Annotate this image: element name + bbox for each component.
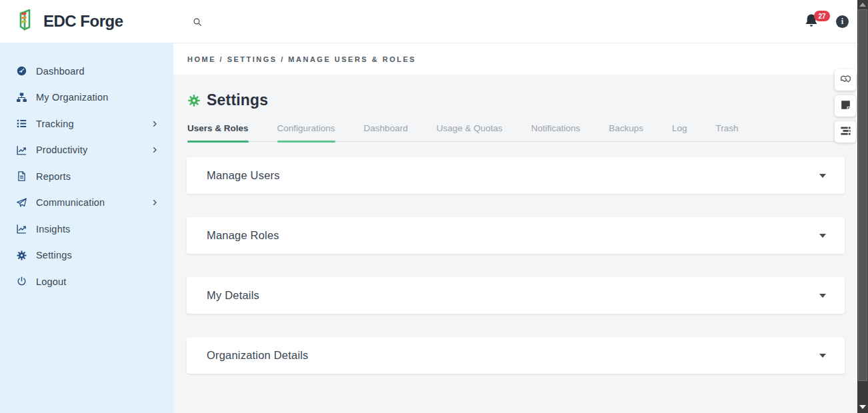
sidebar-nav: Dashboard My Organization Tracking [0,43,173,413]
handshake-icon [839,73,852,88]
feedback-button[interactable] [835,69,856,91]
sidebar-item-settings[interactable]: Settings [0,242,173,269]
sidebar-item-label: Communication [36,197,105,208]
tab-notifications[interactable]: Notifications [531,123,581,141]
logo-book-icon [19,9,39,33]
scroll-down-arrow-icon[interactable] [859,405,866,409]
floating-toolbar [835,69,856,147]
sidebar-item-label: Productivity [36,145,87,155]
sidebar-item-communication[interactable]: Communication [0,190,173,216]
chart-line-icon [16,145,27,156]
power-icon [16,276,27,287]
accordion-my-details[interactable]: My Details [187,277,845,314]
accordion-organization-details[interactable]: Organization Details [187,337,845,374]
log-stack-icon [839,125,852,140]
accordion-list: Manage Users Manage Roles My Details Org… [173,142,857,374]
chevron-right-icon [151,146,159,154]
caret-down-icon [819,174,826,178]
sidebar-item-insights[interactable]: Insights [0,216,173,242]
breadcrumb-bar: HOME / SETTINGS / MANAGE USERS & ROLES [173,43,857,75]
sidebar-item-label: Settings [36,250,72,260]
chevron-right-icon [151,199,159,206]
sidebar-item-my-organization[interactable]: My Organization [0,85,173,111]
main-content: HOME / SETTINGS / MANAGE USERS & ROLES S… [173,43,857,413]
breadcrumb[interactable]: HOME / SETTINGS / MANAGE USERS & ROLES [187,55,416,63]
search-icon[interactable] [189,14,205,30]
vertical-scrollbar[interactable] [857,0,868,413]
document-icon [16,171,27,182]
caret-down-icon [819,234,826,238]
app-screen: EDC Forge 27 i Das [0,0,868,413]
page-title-row: Settings [173,75,857,109]
accordion-title: Organization Details [207,349,309,362]
info-icon[interactable]: i [836,15,849,28]
accordion-title: Manage Roles [207,229,279,242]
sidebar-item-label: Logout [36,276,67,287]
tab-backups[interactable]: Backups [609,123,643,141]
notifications-button[interactable]: 27 [803,12,830,35]
sticky-note-icon [839,99,852,114]
top-bar: EDC Forge 27 i [0,0,857,43]
sidebar-item-tracking[interactable]: Tracking [0,111,173,137]
tab-configurations[interactable]: Configurations [277,123,335,141]
accordion-manage-roles[interactable]: Manage Roles [187,217,845,254]
tab-log[interactable]: Log [672,123,687,141]
sidebar-item-label: Tracking [36,119,74,129]
activity-log-button[interactable] [835,121,856,143]
app-logo[interactable]: EDC Forge [19,9,123,33]
sidebar-item-productivity[interactable]: Productivity [0,137,173,164]
scrollbar-thumb[interactable] [858,9,867,381]
notes-button[interactable] [835,95,856,117]
sidebar-item-label: Reports [36,171,71,182]
settings-gear-icon [187,94,201,107]
chart-line-icon [16,223,27,234]
page-title: Settings [207,91,268,109]
scroll-up-arrow-icon[interactable] [859,3,866,7]
task-list-icon [16,118,27,129]
bell-icon [803,20,819,31]
caret-down-icon [819,354,826,358]
sidebar-item-reports[interactable]: Reports [0,163,173,190]
sidebar-item-label: Insights [36,224,71,234]
sidebar-item-label: My Organization [36,92,109,103]
paper-plane-icon [16,197,27,208]
sidebar-item-label: Dashboard [36,66,85,77]
sidebar-item-dashboard[interactable]: Dashboard [0,58,173,85]
sitemap-icon [16,92,27,103]
gauge-icon [16,65,27,77]
tab-usage-quotas[interactable]: Usage & Quotas [437,123,503,141]
sidebar-item-logout[interactable]: Logout [0,268,173,295]
accordion-manage-users[interactable]: Manage Users [187,157,845,194]
logo-text: EDC Forge [43,12,123,31]
settings-tabs: Users & Roles Configurations Dashboard U… [187,123,845,142]
tab-users-roles[interactable]: Users & Roles [187,123,249,141]
accordion-title: Manage Users [207,169,280,182]
tab-dashboard[interactable]: Dashboard [364,123,408,141]
tab-trash[interactable]: Trash [716,123,739,141]
gear-icon [16,250,27,261]
caret-down-icon [819,294,826,298]
notification-badge: 27 [814,11,830,21]
accordion-title: My Details [207,289,259,302]
chevron-right-icon [151,120,159,128]
